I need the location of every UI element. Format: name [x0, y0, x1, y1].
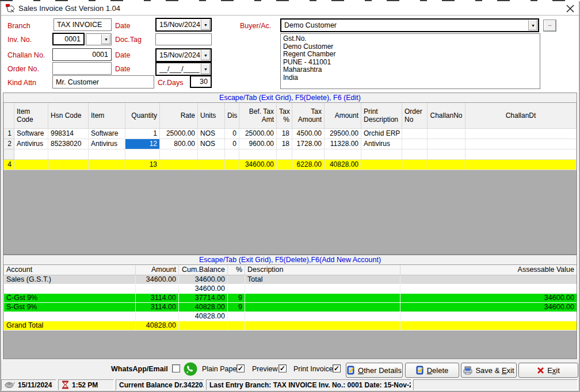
close-icon[interactable] [565, 4, 575, 13]
cell-empty[interactable] [48, 149, 89, 159]
date1-input[interactable]: 15/Nov/2024 ▼ [155, 18, 212, 32]
cell-empty[interactable] [160, 149, 198, 159]
cell-tax-amount[interactable]: 1728.00 [292, 139, 325, 149]
cell-account[interactable] [4, 284, 136, 293]
cell-empty[interactable] [14, 149, 48, 159]
cell-empty[interactable] [125, 149, 160, 159]
print-invoice-checkbox[interactable]: ✓ [333, 364, 341, 372]
cell-empty[interactable] [361, 149, 402, 159]
challan-no-input[interactable]: 0001 [52, 48, 112, 61]
cell-description[interactable]: Total [245, 275, 400, 284]
cell-amount[interactable]: 3114.00 [136, 293, 179, 302]
cell-empty[interactable] [428, 149, 465, 159]
save-exit-button[interactable]: Save & Exit [461, 363, 517, 378]
cell-account[interactable]: S-Gst 9% [4, 302, 136, 312]
cell-tax-pct[interactable]: 18 [277, 128, 292, 139]
inv-no-suffix-dropdown-icon[interactable]: ▼ [101, 34, 110, 44]
cell-assessable[interactable] [400, 275, 577, 284]
date2-input[interactable]: 15/Nov/2024 ▼ [155, 48, 212, 62]
whatsapp-icon[interactable] [183, 362, 198, 376]
cell-empty[interactable] [325, 149, 361, 159]
cell-assessable[interactable]: 34600.00 [400, 302, 577, 312]
buyer-browse-button[interactable]: .. [543, 20, 556, 32]
cell-tax-amount[interactable]: 4500.00 [292, 128, 325, 139]
plain-paper-checkbox[interactable]: ✓ [236, 364, 245, 372]
cell-dis[interactable]: 0 [225, 128, 239, 139]
branch-input[interactable]: TAX INVOICE [54, 18, 112, 31]
cell-amount[interactable]: 29500.00 [325, 128, 361, 139]
cell-units[interactable]: NOS [198, 139, 225, 149]
cell-pct[interactable] [228, 275, 245, 284]
cell-description[interactable] [245, 284, 400, 293]
delete-button[interactable]: Delete [405, 363, 459, 378]
preview-checkbox[interactable]: ✓ [278, 364, 287, 372]
inv-no-suffix-select[interactable]: ▼ [86, 33, 112, 45]
date3-input[interactable]: __/___/____ ▼ [155, 62, 212, 76]
cell-pct[interactable]: 9 [228, 302, 245, 312]
cell-account[interactable]: Sales (G.S.T.) [4, 275, 136, 284]
cell-rate[interactable]: 800.00 [160, 139, 198, 149]
other-details-button[interactable]: Other Details [346, 363, 403, 378]
date3-dropdown-icon[interactable]: ▼ [201, 64, 210, 74]
cell-bef-tax[interactable]: 9600.00 [239, 139, 277, 149]
buyer-select[interactable]: Demo Customer ▼ [280, 18, 539, 32]
cell-item[interactable]: Antivirus [89, 139, 125, 149]
cell-pct[interactable] [228, 284, 245, 293]
kind-attn-input[interactable]: Mr. Customer [52, 75, 154, 89]
cell-empty[interactable] [292, 149, 325, 159]
cell-item-code[interactable]: Antivirus [14, 139, 48, 149]
buyer-dropdown-icon[interactable]: ▼ [528, 20, 537, 30]
cell-amount[interactable]: 34600.00 [136, 275, 179, 284]
cell-print-desc[interactable]: Orchid ERP [361, 128, 402, 139]
cell-empty[interactable] [402, 149, 428, 159]
cell-quantity[interactable]: 1 [125, 128, 160, 139]
cell-empty[interactable] [277, 149, 292, 159]
cell-pct[interactable] [228, 312, 245, 321]
cell-order-no[interactable] [402, 139, 428, 149]
cell-assessable[interactable] [400, 312, 577, 321]
cell-empty[interactable] [89, 149, 125, 159]
cell-amount[interactable] [136, 284, 179, 293]
cell-cum[interactable]: 34600.00 [179, 284, 228, 293]
cell-description[interactable] [245, 302, 400, 312]
cell-units[interactable]: NOS [198, 128, 225, 139]
cell-assessable[interactable] [400, 284, 577, 293]
cell-pct[interactable]: 9 [228, 293, 245, 302]
cell-challan-no[interactable] [428, 139, 465, 149]
date2-dropdown-icon[interactable]: ▼ [201, 50, 210, 60]
cell-quantity-selected[interactable]: 12 [125, 139, 160, 149]
cell-empty[interactable] [465, 149, 577, 159]
exit-button[interactable]: Exit [518, 363, 578, 378]
cell-challan-dt[interactable] [465, 128, 577, 139]
cell-amount[interactable]: 3114.00 [136, 302, 179, 312]
cr-days-input[interactable]: 30 [190, 75, 212, 88]
cell-hsn-code[interactable]: 998314 [48, 128, 89, 139]
cell-cum[interactable]: 40828.00 [179, 302, 228, 312]
inv-no-input[interactable]: 0001 [52, 33, 85, 45]
cell-dis[interactable]: 0 [225, 139, 239, 149]
cell-cum[interactable]: 37714.00 [179, 293, 228, 302]
cell-item[interactable]: Software [89, 128, 125, 139]
cell-account[interactable] [4, 312, 136, 321]
cell-description[interactable] [245, 293, 400, 302]
doc-tag-input[interactable] [155, 33, 212, 45]
whatsapp-email-checkbox[interactable] [172, 364, 180, 372]
cell-rate[interactable]: 25000.00 [160, 128, 198, 139]
cell-cum[interactable]: 34600.00 [179, 275, 228, 284]
cell-account[interactable]: C-Gst 9% [4, 293, 136, 302]
date1-dropdown-icon[interactable]: ▼ [201, 20, 210, 30]
cell-empty[interactable] [225, 149, 239, 159]
cell-challan-no[interactable] [428, 128, 465, 139]
order-no-input[interactable] [52, 62, 112, 75]
cell-item-code[interactable]: Software [14, 128, 48, 139]
cell-tax-pct[interactable]: 18 [277, 139, 292, 149]
cell-assessable[interactable]: 34600.00 [400, 293, 577, 302]
cell-empty[interactable] [198, 149, 225, 159]
cell-empty[interactable] [239, 149, 277, 159]
cell-amount[interactable] [136, 312, 179, 321]
cell-amount[interactable]: 11328.00 [325, 139, 361, 149]
cell-challan-dt[interactable] [465, 139, 577, 149]
cell-order-no[interactable] [402, 128, 428, 139]
cell-description[interactable] [245, 312, 400, 321]
cell-print-desc[interactable]: Antivirus [361, 139, 402, 149]
